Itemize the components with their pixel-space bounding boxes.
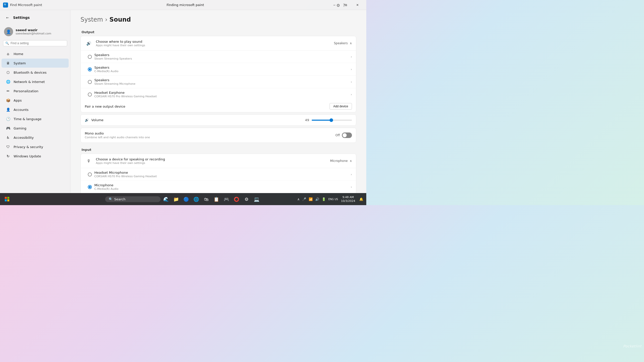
taskbar-files-icon[interactable]: 📁 — [172, 195, 181, 204]
volume-slider[interactable] — [312, 120, 352, 121]
notification-icon[interactable]: 🔔 — [358, 197, 364, 202]
sidebar-item-privacy[interactable]: 🛡 Privacy & security — [2, 142, 69, 151]
clock[interactable]: 9:48 AM 10/3/2024 — [340, 195, 357, 203]
mono-toggle[interactable] — [342, 132, 352, 138]
taskbar-circle-icon[interactable]: ⭕ — [232, 195, 241, 204]
start-button[interactable] — [2, 194, 12, 204]
mono-subtitle: Combine left and right audio channels in… — [85, 136, 150, 139]
sidebar-item-network[interactable]: 🌐 Network & internet — [2, 77, 69, 86]
taskbar-notes-icon[interactable]: 📋 — [212, 195, 221, 204]
nav-icon-update: ↻ — [6, 154, 11, 159]
search-icon: 🔍 — [5, 41, 9, 45]
output-device-item-0[interactable]: Speakers Steam Streaming Speakers › — [81, 51, 356, 63]
breadcrumb-current: Sound — [109, 16, 131, 23]
nav-label-apps: Apps — [14, 99, 22, 102]
tray-arrow[interactable]: ∧ — [296, 197, 301, 202]
input-device-desc-0: CORSAIR HS70 Pro Wireless Gaming Headset — [94, 175, 157, 178]
nav-icon-system: 🖥 — [6, 61, 11, 66]
input-device-item-0[interactable]: Headset Microphone CORSAIR HS70 Pro Wire… — [81, 168, 356, 181]
taskbar-center: 🔍 Search 🌊 📁 🔵 🌐 🛍 📋 🎮 ⭕ ⚙ 💻 — [105, 195, 261, 204]
sidebar-item-accounts[interactable]: 👤 Accounts — [2, 105, 69, 114]
taskbar-wifi-icon[interactable]: 🌐 — [192, 195, 201, 204]
nav-label-personalization: Personalization — [14, 89, 38, 93]
output-device-item-2[interactable]: Speakers Steam Streaming Microphone › — [81, 76, 356, 88]
taskbar-edge-icon[interactable]: 🔵 — [182, 195, 191, 204]
output-icon: 🔊 — [85, 39, 93, 47]
search-input[interactable] — [11, 41, 65, 45]
output-device-card: 🔊 Choose where to play sound Apps might … — [80, 36, 356, 112]
help-icon[interactable]: ? — [342, 2, 346, 9]
taskbar: 🔍 Search 🌊 📁 🔵 🌐 🛍 📋 🎮 ⭕ ⚙ 💻 ∧ 🎤 📶 🔊 🔋 E… — [0, 193, 366, 205]
back-button[interactable]: ← — [4, 14, 11, 21]
sidebar-item-personalization[interactable]: ✏ Personalization — [2, 86, 69, 96]
titlebar-app-title: Find Microsoft paint — [10, 3, 42, 7]
taskbar-network2-icon[interactable]: 💻 — [252, 195, 261, 204]
breadcrumb: System › Sound — [80, 16, 356, 23]
input-device-name-1: Microphone — [94, 183, 118, 187]
taskbar-settings-icon[interactable]: ⚙ — [242, 195, 251, 204]
toggle-knob — [343, 133, 347, 137]
language-indicator[interactable]: ENG US — [328, 198, 338, 201]
output-device-desc-3: CORSAIR HS70 Pro Wireless Gaming Headset — [94, 95, 157, 98]
sidebar-item-system[interactable]: 🖥 System — [2, 59, 69, 68]
breadcrumb-separator: › — [105, 16, 108, 23]
taskbar-search[interactable]: 🔍 Search — [105, 196, 160, 202]
search-box[interactable]: 🔍 — [3, 40, 67, 46]
nav-label-privacy: Privacy & security — [14, 145, 43, 149]
breadcrumb-parent[interactable]: System — [80, 16, 103, 23]
volume-value: 49 — [303, 118, 309, 122]
user-name: saeed wazir — [16, 28, 51, 32]
output-device-header[interactable]: 🔊 Choose where to play sound Apps might … — [81, 36, 356, 51]
close-button[interactable]: ✕ — [352, 1, 363, 9]
sidebar-item-accessibility[interactable]: ♿ Accessibility — [2, 133, 69, 142]
input-device-item-1[interactable]: Microphone C-Media(R) Audio › — [81, 181, 356, 193]
output-chevron-0: › — [351, 55, 352, 59]
input-radio-0 — [88, 172, 92, 176]
input-device-desc-1: C-Media(R) Audio — [94, 187, 118, 191]
output-radio-0 — [88, 55, 92, 59]
nav-label-network: Network & internet — [14, 80, 45, 84]
taskbar-gaming2-icon[interactable]: 🎮 — [222, 195, 231, 204]
nav-label-time: Time & language — [14, 117, 42, 121]
nav-icon-accessibility: ♿ — [6, 135, 11, 140]
date-display: 10/3/2024 — [341, 199, 355, 203]
taskbar-store-icon[interactable]: 🛍 — [202, 195, 211, 204]
output-radio-2 — [88, 80, 92, 84]
titlebar: 🔍 Find Microsoft paint Finding microsoft… — [0, 0, 366, 10]
nav-label-system: System — [14, 61, 26, 65]
sidebar-header: ← Settings — [0, 12, 70, 25]
nav-icon-gaming: 🎮 — [6, 126, 11, 131]
sidebar-item-update[interactable]: ↻ Windows Update — [2, 152, 69, 161]
tray-network[interactable]: 📶 — [308, 197, 314, 202]
tray-battery[interactable]: 🔋 — [321, 197, 327, 202]
output-current-device: Speakers — [334, 41, 348, 45]
output-radio-1 — [88, 67, 92, 71]
output-device-desc-1: C-Media(R) Audio — [94, 70, 118, 73]
output-device-name-0: Speakers — [94, 53, 132, 57]
svg-rect-3 — [7, 199, 9, 201]
tray-volume[interactable]: 🔊 — [314, 197, 320, 202]
sidebar-item-bluetooth[interactable]: ⬡ Bluetooth & devices — [2, 68, 69, 77]
output-device-title: Choose where to play sound — [96, 40, 145, 43]
output-device-item-1[interactable]: Speakers C-Media(R) Audio › — [81, 63, 356, 76]
sidebar-item-time[interactable]: 🕐 Time & language — [2, 114, 69, 123]
pair-output-row: Pair a new output device Add device — [81, 101, 356, 112]
sidebar-item-apps[interactable]: 📦 Apps — [2, 96, 69, 105]
avatar: 👤 — [4, 27, 13, 36]
titlebar-window-title: Finding microsoft paint — [42, 3, 329, 7]
taskbar-browser-icon[interactable]: 🌊 — [162, 195, 171, 204]
input-device-header[interactable]: 🎙 Choose a device for speaking or record… — [81, 154, 356, 168]
mono-state-label: Off — [335, 133, 340, 137]
svg-rect-1 — [7, 197, 9, 199]
add-device-button[interactable]: Add device — [330, 103, 352, 110]
tray-mic[interactable]: 🎤 — [301, 197, 307, 202]
taskbar-search-label: Search — [114, 197, 126, 201]
output-device-item-3[interactable]: Headset Earphone CORSAIR HS70 Pro Wirele… — [81, 88, 356, 101]
sidebar-item-gaming[interactable]: 🎮 Gaming — [2, 124, 69, 133]
app-content: ← Settings 👤 saeed wazir saeedwazir@hotm… — [0, 10, 366, 193]
settings-gear-icon[interactable]: ⚙ — [335, 2, 341, 9]
nav-label-update: Windows Update — [14, 154, 41, 158]
sidebar-item-home[interactable]: ⌂ Home — [2, 49, 69, 58]
input-device-title: Choose a device for speaking or recordin… — [96, 157, 165, 161]
input-section-title: Input — [80, 148, 356, 152]
